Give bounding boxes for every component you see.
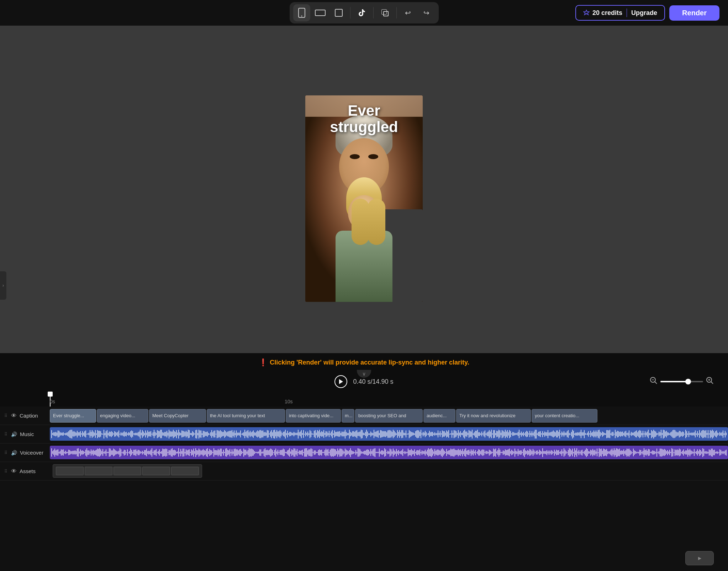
notification-text: Clicking 'Render' will provide accurate … — [270, 359, 469, 366]
bottom-action-1[interactable]: ▶ — [685, 551, 714, 565]
ruler-mark-10s: 10s — [285, 399, 293, 404]
speaker-icon-music[interactable]: 🔊 — [11, 431, 17, 437]
svg-rect-6 — [382, 10, 386, 14]
svg-rect-3 — [335, 9, 342, 16]
assets-block — [53, 464, 202, 478]
caption-chip-2[interactable]: Meet CopyCopter — [149, 409, 206, 423]
track-row-music: ⠿ 🔊 Music — [0, 425, 728, 444]
timeline-tracks: ⠿ 👁 Caption Ever struggle... engaging vi… — [0, 407, 728, 481]
eye-icon-assets[interactable]: 👁 — [11, 468, 17, 475]
caption-chip-9[interactable]: your content creatio... — [532, 409, 597, 423]
caption-track: Ever struggle... engaging video... Meet … — [50, 407, 728, 425]
timeline-area: 0s 10s ⠿ 👁 Caption Ever struggle... enga… — [0, 392, 728, 571]
caption-chip-4[interactable]: into captivating vide... — [286, 409, 341, 423]
notification-bar: ❗ Clicking 'Render' will provide accurat… — [0, 353, 728, 372]
toolbar-divider-2 — [373, 7, 374, 19]
voiceover-label: Voiceover — [20, 450, 43, 456]
chevron-down-icon: ∨ — [362, 371, 366, 377]
mobile-view-button[interactable] — [293, 4, 310, 21]
pip-overlay — [305, 209, 423, 302]
drag-handle-music[interactable]: ⠿ — [4, 432, 7, 437]
svg-point-1 — [301, 16, 302, 17]
zoom-out-button[interactable] — [650, 377, 658, 387]
track-row-assets: ⠿ 👁 Assets — [0, 462, 728, 481]
track-row-caption: ⠿ 👁 Caption Ever struggle... engaging vi… — [0, 407, 728, 425]
eye-icon-caption[interactable]: 👁 — [11, 413, 17, 419]
track-label-assets: ⠿ 👁 Assets — [0, 468, 50, 475]
zoom-slider-thumb — [685, 379, 691, 384]
svg-rect-2 — [315, 10, 325, 16]
ruler-mark-0s: 0s — [50, 399, 55, 404]
track-label-music: ⠿ 🔊 Music — [0, 431, 50, 437]
assets-label: Assets — [20, 468, 36, 474]
track-label-voiceover: ⠿ 🔊 Voiceover — [0, 450, 50, 456]
drag-handle-assets[interactable]: ⠿ — [4, 469, 7, 474]
timeline-ruler: 0s 10s — [0, 392, 728, 407]
duplicate-button[interactable] — [376, 4, 394, 21]
track-row-voiceover: ⠿ 🔊 Voiceover — [0, 444, 728, 462]
credits-divider — [627, 9, 627, 17]
playhead-marker — [48, 392, 53, 397]
play-button[interactable] — [334, 375, 347, 388]
toolbar: ↩ ↪ 20 credits Upgrade Render — [0, 0, 728, 26]
assets-thumbnails — [56, 467, 199, 475]
upgrade-label[interactable]: Upgrade — [631, 9, 657, 17]
canvas-area: Ever struggled — [0, 26, 728, 372]
redo-button[interactable]: ↪ — [418, 4, 435, 21]
voiceover-track-content[interactable] — [50, 444, 728, 462]
assets-track-content[interactable] — [50, 462, 728, 480]
zoom-controls — [650, 377, 714, 387]
caption-label: Caption — [20, 413, 38, 419]
video-preview[interactable]: Ever struggled — [305, 95, 423, 302]
tiktok-button[interactable] — [353, 4, 370, 21]
caption-track-content[interactable]: Ever struggle... engaging video... Meet … — [50, 407, 728, 425]
track-label-caption: ⠿ 👁 Caption — [0, 413, 50, 419]
speaker-icon-voiceover[interactable]: 🔊 — [11, 450, 17, 456]
caption-chip-0[interactable]: Ever struggle... — [50, 409, 96, 423]
zoom-slider[interactable] — [660, 381, 703, 382]
caption-chip-5[interactable]: m... — [342, 409, 354, 423]
toolbar-right: 20 credits Upgrade Render — [575, 5, 719, 21]
zoom-slider-track — [660, 381, 688, 382]
music-track-content[interactable] — [50, 425, 728, 443]
undo-button[interactable]: ↩ — [400, 4, 417, 21]
video-title-line1: Ever — [305, 103, 423, 119]
toolbar-divider-1 — [350, 7, 350, 19]
landscape-view-button[interactable] — [312, 4, 329, 21]
music-waveform — [50, 427, 728, 441]
time-display: 0.40 s/14.90 s — [353, 378, 393, 386]
zoom-in-button[interactable] — [706, 377, 714, 387]
caption-chip-6[interactable]: boosting your SEO and — [355, 409, 423, 423]
square-view-button[interactable] — [330, 4, 347, 21]
svg-marker-8 — [339, 379, 343, 384]
bottom-actions: ▶ — [685, 551, 714, 565]
left-panel-tab[interactable]: › — [0, 271, 6, 300]
video-text-overlay: Ever struggled — [305, 103, 423, 135]
warning-icon: ❗ — [259, 358, 268, 367]
credits-label: 20 credits — [592, 9, 622, 17]
voiceover-waveform — [50, 446, 728, 459]
svg-line-13 — [711, 382, 713, 384]
caption-chip-1[interactable]: engaging video... — [97, 409, 148, 423]
caption-chip-3[interactable]: the AI tool turning your text — [207, 409, 285, 423]
toolbar-divider-3 — [396, 7, 397, 19]
caption-chip-7[interactable]: audienc... — [423, 409, 455, 423]
caption-chip-8[interactable]: Try it now and revolutionize — [456, 409, 531, 423]
drag-handle-caption[interactable]: ⠿ — [4, 413, 7, 418]
render-button[interactable]: Render — [669, 5, 719, 21]
drag-handle-voiceover[interactable]: ⠿ — [4, 450, 7, 455]
music-label: Music — [20, 431, 34, 437]
video-title-line2: struggled — [305, 119, 423, 135]
left-panel-arrow-icon: › — [2, 283, 4, 288]
svg-line-10 — [655, 382, 657, 384]
credits-button[interactable]: 20 credits Upgrade — [575, 5, 665, 21]
toolbar-center: ↩ ↪ — [290, 2, 439, 23]
